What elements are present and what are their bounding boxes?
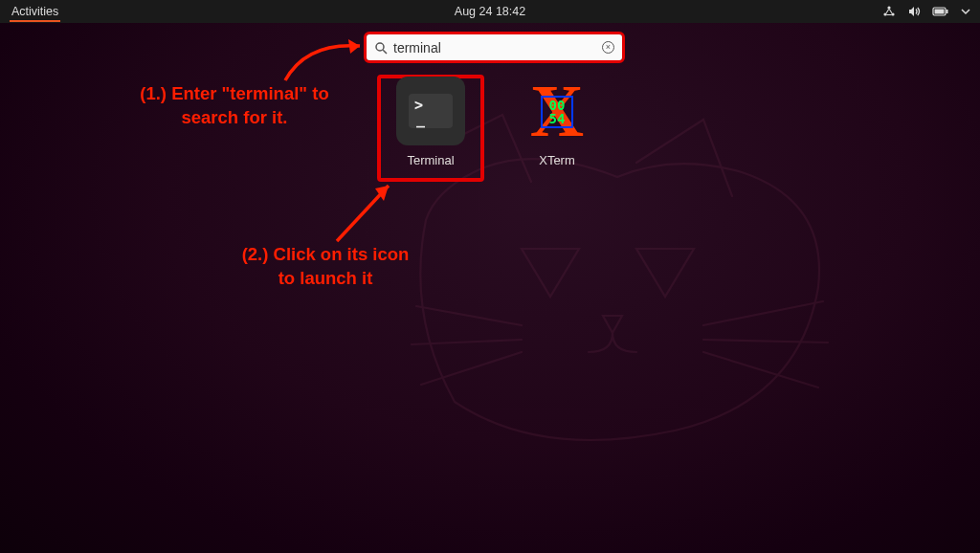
topbar-datetime[interactable]: Aug 24 18:42	[455, 5, 525, 18]
app-result-label: Terminal	[379, 153, 482, 167]
search-icon	[374, 41, 388, 55]
xterm-icon: X 00 54	[523, 77, 591, 145]
svg-point-6	[376, 43, 384, 51]
terminal-cursor-glyph: _	[416, 113, 425, 127]
annotation-step1: (1.) Enter "terminal" to search for it.	[110, 82, 359, 130]
app-result-label: XTerm	[505, 153, 609, 167]
activities-button[interactable]: Activities	[10, 2, 60, 22]
chevron-down-icon	[961, 5, 970, 18]
search-input[interactable]	[393, 40, 596, 55]
app-result-xterm[interactable]: X 00 54 XTerm	[505, 77, 609, 167]
xterm-digits-top: 00	[549, 99, 566, 112]
system-status-area[interactable]	[882, 5, 970, 18]
network-icon	[882, 5, 896, 18]
activities-search-highlight: ×	[364, 32, 625, 63]
activities-search[interactable]: ×	[367, 34, 622, 60]
annotation-arrow-2	[325, 172, 412, 249]
volume-icon	[907, 5, 921, 18]
svg-line-9	[337, 186, 389, 241]
clear-search-icon[interactable]: ×	[602, 41, 614, 54]
svg-rect-4	[935, 10, 945, 14]
xterm-digits-bottom: 54	[549, 112, 566, 125]
svg-rect-5	[947, 10, 948, 13]
battery-icon	[932, 5, 949, 18]
svg-line-7	[383, 50, 387, 54]
annotation-step2: (2.) Click on its icon to launch it	[234, 243, 416, 291]
svg-marker-10	[375, 186, 389, 201]
svg-marker-8	[348, 39, 360, 54]
terminal-icon: > _	[396, 77, 465, 145]
gnome-topbar: Activities Aug 24 18:42	[0, 0, 980, 23]
app-result-terminal[interactable]: > _ Terminal	[379, 77, 482, 167]
svg-point-0	[887, 6, 890, 9]
